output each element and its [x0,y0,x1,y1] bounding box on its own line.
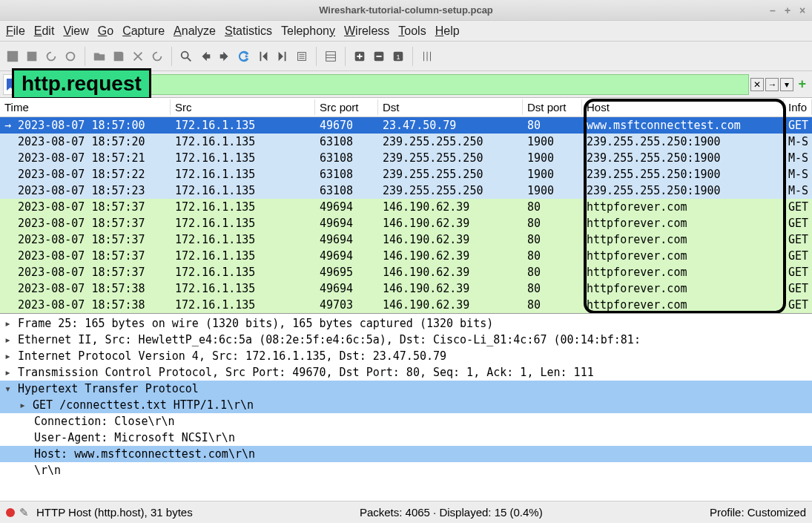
detail-ethernet[interactable]: Ethernet II, Src: HewlettP_e4:6c:5a (08:… [0,332,812,348]
detail-http-useragent[interactable]: User-Agent: Microsoft NCSI\r\n [0,430,812,446]
detail-http[interactable]: Hypertext Transfer Protocol [0,381,812,397]
packet-list-header[interactable]: Time Src Src port Dst Dst port Host Info [0,98,812,117]
menu-analyze[interactable]: Analyze [174,24,216,38]
cell: 2023-08-07 18:57:37 [0,249,171,263]
close-file-icon[interactable] [130,48,146,65]
cell: 2023-08-07 18:57:23 [0,184,171,197]
packet-row[interactable]: 2023-08-07 18:57:38172.16.1.13549703146.… [0,297,812,313]
zoom-in-icon[interactable] [351,48,368,65]
cell: httpforever.com [582,233,784,246]
clear-filter-icon[interactable]: ✕ [750,78,764,91]
col-dport[interactable]: Dst port [523,99,582,115]
cell: 146.190.62.39 [378,200,523,214]
menu-view[interactable]: View [63,24,88,38]
cell: 239.255.255.250 [378,168,523,181]
col-host[interactable]: Host [582,99,784,115]
detail-http-get[interactable]: GET /connecttest.txt HTTP/1.1\r\n [0,397,812,413]
menu-telephony[interactable]: Telephony [281,24,335,38]
open-icon[interactable] [91,48,108,65]
menu-file[interactable]: File [6,24,25,38]
start-capture-icon[interactable] [4,48,21,65]
cell: 172.16.1.135 [171,249,315,263]
detail-http-host[interactable]: Host: www.msftconnecttest.com\r\n [0,446,812,462]
packet-row[interactable]: 2023-08-07 18:57:37172.16.1.13549694146.… [0,215,812,231]
cell: 2023-08-07 18:57:37 [0,217,171,230]
detail-ip[interactable]: Internet Protocol Version 4, Src: 172.16… [0,348,812,364]
cell: httpforever.com [582,200,784,214]
packet-row[interactable]: 2023-08-07 18:57:37172.16.1.13549694146.… [0,248,812,264]
menu-statistics[interactable]: Statistics [225,24,272,38]
col-src[interactable]: Src [171,99,315,115]
cell: GET [784,217,812,230]
status-left: HTTP Host (http.host), 31 bytes [36,506,193,519]
maximize-icon[interactable]: + [782,5,793,16]
packet-row[interactable]: 2023-08-07 18:57:22172.16.1.13563108239.… [0,166,812,182]
autoscroll-icon[interactable] [294,48,310,65]
first-icon[interactable] [255,48,271,65]
save-icon[interactable] [110,48,127,65]
menu-edit[interactable]: Edit [34,24,55,38]
apply-filter-icon[interactable]: → [765,78,779,91]
cell: 49694 [315,249,378,263]
menu-capture[interactable]: Capture [122,24,165,38]
col-sport[interactable]: Src port [315,99,378,115]
last-icon[interactable] [274,48,291,65]
add-filter-icon[interactable]: + [795,76,809,92]
stop-capture-icon[interactable] [24,48,40,65]
cell: 2023-08-07 18:57:22 [0,168,171,181]
filter-toolbar: http.request ✕ → ▾ + http.request [0,71,812,98]
col-time[interactable]: Time [0,99,171,115]
restart-capture-icon[interactable] [43,48,59,65]
packet-row[interactable]: 2023-08-07 18:57:23172.16.1.13563108239.… [0,182,812,199]
status-bar: ✎ HTTP Host (http.host), 31 bytes Packet… [0,501,812,523]
packet-row[interactable]: → 2023-08-07 18:57:00172.16.1.1354967023… [0,117,812,134]
svg-point-1 [67,52,75,60]
menu-go[interactable]: Go [98,24,113,38]
close-icon[interactable]: × [797,5,808,16]
zoom-out-icon[interactable] [371,48,387,65]
cell: 80 [523,298,582,312]
forward-icon[interactable] [217,48,233,65]
filter-history-icon[interactable]: ▾ [780,78,793,91]
packet-row[interactable]: 2023-08-07 18:57:38172.16.1.13549694146.… [0,280,812,297]
back-icon[interactable] [197,48,214,65]
cell: 2023-08-07 18:57:20 [0,135,171,148]
cell: 239.255.255.250:1900 [582,184,784,197]
detail-http-connection[interactable]: Connection: Close\r\n [0,413,812,430]
status-right[interactable]: Profile: Customized [710,506,806,519]
zoom-reset-icon[interactable]: 1 [390,48,406,65]
find-icon[interactable] [178,48,194,65]
detail-tcp[interactable]: Transmission Control Protocol, Src Port:… [0,364,812,381]
cell: GET [784,233,812,246]
packet-row[interactable]: 2023-08-07 18:57:37172.16.1.13549694146.… [0,199,812,215]
cell: 1900 [523,184,582,197]
reload-icon[interactable] [149,48,165,65]
cell: 146.190.62.39 [378,233,523,246]
col-dst[interactable]: Dst [378,99,523,115]
col-info[interactable]: Info [784,99,812,115]
window-titlebar: Wireshark-tutorial-column-setup.pcap – +… [0,0,812,21]
packet-row[interactable]: 2023-08-07 18:57:37172.16.1.13549695146.… [0,264,812,280]
menu-tools[interactable]: Tools [398,24,426,38]
cell: → 2023-08-07 18:57:00 [0,119,171,132]
cell: 1900 [523,151,582,165]
detail-http-crlf[interactable]: \r\n [0,462,812,478]
cell: 49670 [315,119,378,132]
cell: 49694 [315,282,378,295]
expert-info-icon[interactable] [6,508,15,517]
packet-row[interactable]: 2023-08-07 18:57:20172.16.1.13563108239.… [0,134,812,150]
cell: httpforever.com [582,266,784,279]
menu-help[interactable]: Help [435,24,460,38]
packet-row[interactable]: 2023-08-07 18:57:21172.16.1.13563108239.… [0,150,812,166]
cell: 2023-08-07 18:57:21 [0,151,171,165]
edit-icon[interactable]: ✎ [19,506,29,519]
options-icon[interactable] [62,48,79,65]
resize-columns-icon[interactable] [419,48,435,65]
cell: GET [784,266,812,279]
jump-icon[interactable] [236,48,252,65]
colorize-icon[interactable] [323,48,339,65]
minimize-icon[interactable]: – [768,5,778,16]
packet-row[interactable]: 2023-08-07 18:57:37172.16.1.13549694146.… [0,231,812,248]
detail-frame[interactable]: Frame 25: 165 bytes on wire (1320 bits),… [0,315,812,332]
menu-wireless[interactable]: Wireless [344,24,389,38]
